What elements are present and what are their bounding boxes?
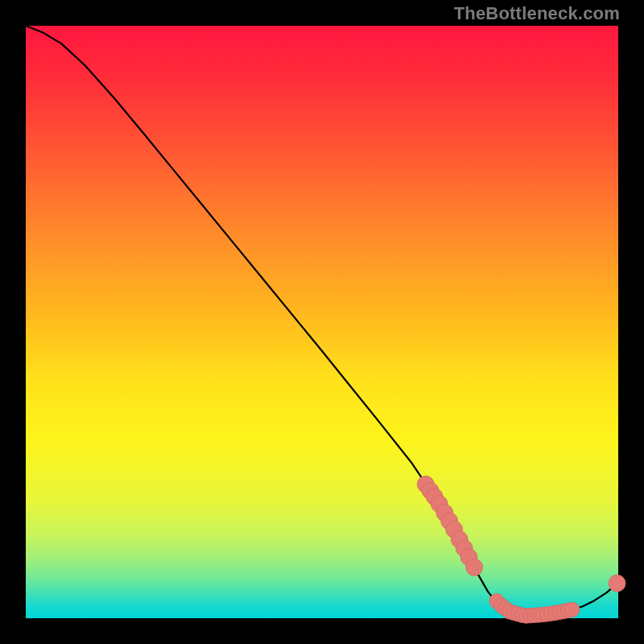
- chart-curve: [26, 26, 618, 616]
- chart-dot: [564, 602, 580, 617]
- chart-svg: [26, 26, 618, 618]
- watermark-text: TheBottleneck.com: [454, 3, 620, 24]
- chart-stage: TheBottleneck.com: [0, 0, 644, 644]
- chart-plot-area: [26, 26, 618, 618]
- chart-dot: [466, 559, 483, 576]
- chart-dot: [609, 575, 625, 592]
